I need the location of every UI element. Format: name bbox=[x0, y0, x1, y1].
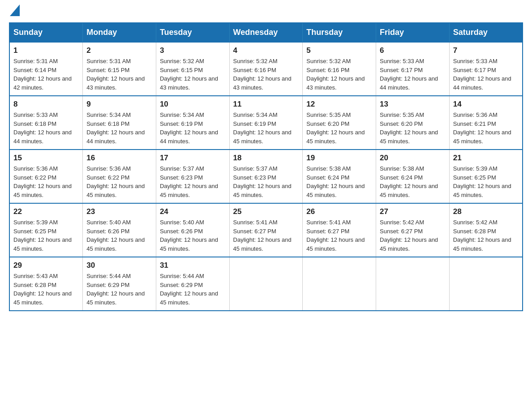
calendar-day-cell: 11 Sunrise: 5:34 AM Sunset: 6:19 PM Dayl… bbox=[229, 96, 303, 150]
day-number: 28 bbox=[453, 207, 519, 216]
day-number: 3 bbox=[160, 46, 226, 55]
calendar-week-row: 1 Sunrise: 5:31 AM Sunset: 6:14 PM Dayli… bbox=[9, 42, 523, 96]
day-info: Sunrise: 5:44 AM Sunset: 6:29 PM Dayligh… bbox=[160, 272, 226, 307]
calendar-day-cell bbox=[303, 257, 376, 311]
day-info: Sunrise: 5:39 AM Sunset: 6:25 PM Dayligh… bbox=[13, 218, 79, 253]
calendar-day-cell: 17 Sunrise: 5:37 AM Sunset: 6:23 PM Dayl… bbox=[156, 150, 229, 203]
day-number: 2 bbox=[86, 46, 152, 55]
day-info: Sunrise: 5:34 AM Sunset: 6:19 PM Dayligh… bbox=[160, 111, 226, 146]
day-info: Sunrise: 5:32 AM Sunset: 6:15 PM Dayligh… bbox=[160, 57, 226, 92]
calendar-day-cell: 7 Sunrise: 5:33 AM Sunset: 6:17 PM Dayli… bbox=[449, 42, 523, 96]
calendar-day-cell: 20 Sunrise: 5:38 AM Sunset: 6:24 PM Dayl… bbox=[376, 150, 450, 203]
day-number: 1 bbox=[13, 46, 79, 55]
calendar-day-cell: 5 Sunrise: 5:32 AM Sunset: 6:16 PM Dayli… bbox=[303, 42, 376, 96]
calendar-day-cell: 26 Sunrise: 5:41 AM Sunset: 6:27 PM Dayl… bbox=[303, 203, 376, 257]
calendar-day-cell: 4 Sunrise: 5:32 AM Sunset: 6:16 PM Dayli… bbox=[229, 42, 303, 96]
day-number: 17 bbox=[160, 154, 226, 163]
day-info: Sunrise: 5:33 AM Sunset: 6:17 PM Dayligh… bbox=[453, 57, 519, 92]
calendar-day-cell: 3 Sunrise: 5:32 AM Sunset: 6:15 PM Dayli… bbox=[156, 42, 229, 96]
calendar-day-cell: 24 Sunrise: 5:40 AM Sunset: 6:26 PM Dayl… bbox=[156, 203, 229, 257]
calendar-header-tuesday: Tuesday bbox=[156, 23, 229, 42]
calendar-day-cell: 15 Sunrise: 5:36 AM Sunset: 6:22 PM Dayl… bbox=[9, 150, 83, 203]
day-info: Sunrise: 5:32 AM Sunset: 6:16 PM Dayligh… bbox=[233, 57, 299, 92]
day-number: 27 bbox=[380, 207, 446, 216]
calendar-day-cell: 2 Sunrise: 5:31 AM Sunset: 6:15 PM Dayli… bbox=[83, 42, 156, 96]
calendar-header-wednesday: Wednesday bbox=[229, 23, 303, 42]
day-info: Sunrise: 5:43 AM Sunset: 6:28 PM Dayligh… bbox=[13, 272, 79, 307]
logo-triangle-icon bbox=[10, 4, 20, 16]
day-info: Sunrise: 5:36 AM Sunset: 6:22 PM Dayligh… bbox=[13, 164, 79, 199]
day-info: Sunrise: 5:44 AM Sunset: 6:29 PM Dayligh… bbox=[86, 272, 152, 307]
day-info: Sunrise: 5:40 AM Sunset: 6:26 PM Dayligh… bbox=[160, 218, 226, 253]
day-info: Sunrise: 5:34 AM Sunset: 6:18 PM Dayligh… bbox=[86, 111, 152, 146]
day-info: Sunrise: 5:36 AM Sunset: 6:22 PM Dayligh… bbox=[86, 164, 152, 199]
svg-marker-0 bbox=[10, 4, 20, 16]
calendar-day-cell: 30 Sunrise: 5:44 AM Sunset: 6:29 PM Dayl… bbox=[83, 257, 156, 311]
day-number: 24 bbox=[160, 207, 226, 216]
calendar-day-cell: 13 Sunrise: 5:35 AM Sunset: 6:20 PM Dayl… bbox=[376, 96, 450, 150]
day-number: 25 bbox=[233, 207, 299, 216]
calendar-week-row: 29 Sunrise: 5:43 AM Sunset: 6:28 PM Dayl… bbox=[9, 257, 523, 311]
day-info: Sunrise: 5:42 AM Sunset: 6:27 PM Dayligh… bbox=[380, 218, 446, 253]
day-info: Sunrise: 5:35 AM Sunset: 6:20 PM Dayligh… bbox=[306, 111, 372, 146]
calendar-day-cell: 27 Sunrise: 5:42 AM Sunset: 6:27 PM Dayl… bbox=[376, 203, 450, 257]
calendar-day-cell: 14 Sunrise: 5:36 AM Sunset: 6:21 PM Dayl… bbox=[449, 96, 523, 150]
day-number: 22 bbox=[13, 207, 79, 216]
calendar-day-cell: 6 Sunrise: 5:33 AM Sunset: 6:17 PM Dayli… bbox=[376, 42, 450, 96]
calendar-day-cell bbox=[376, 257, 450, 311]
day-number: 5 bbox=[306, 46, 372, 55]
calendar-week-row: 15 Sunrise: 5:36 AM Sunset: 6:22 PM Dayl… bbox=[9, 150, 523, 203]
calendar-day-cell: 22 Sunrise: 5:39 AM Sunset: 6:25 PM Dayl… bbox=[9, 203, 83, 257]
calendar-day-cell bbox=[229, 257, 303, 311]
calendar-day-cell: 23 Sunrise: 5:40 AM Sunset: 6:26 PM Dayl… bbox=[83, 203, 156, 257]
day-number: 8 bbox=[13, 100, 79, 109]
day-number: 13 bbox=[380, 100, 446, 109]
day-number: 6 bbox=[380, 46, 446, 55]
calendar-day-cell: 10 Sunrise: 5:34 AM Sunset: 6:19 PM Dayl… bbox=[156, 96, 229, 150]
day-info: Sunrise: 5:39 AM Sunset: 6:25 PM Dayligh… bbox=[453, 164, 519, 199]
day-number: 10 bbox=[160, 100, 226, 109]
day-number: 19 bbox=[306, 154, 372, 163]
day-info: Sunrise: 5:40 AM Sunset: 6:26 PM Dayligh… bbox=[86, 218, 152, 253]
calendar-day-cell: 28 Sunrise: 5:42 AM Sunset: 6:28 PM Dayl… bbox=[449, 203, 523, 257]
day-number: 29 bbox=[13, 261, 79, 270]
calendar-day-cell: 1 Sunrise: 5:31 AM Sunset: 6:14 PM Dayli… bbox=[9, 42, 83, 96]
calendar-header-friday: Friday bbox=[376, 23, 450, 42]
day-info: Sunrise: 5:33 AM Sunset: 6:18 PM Dayligh… bbox=[13, 111, 79, 146]
day-info: Sunrise: 5:34 AM Sunset: 6:19 PM Dayligh… bbox=[233, 111, 299, 146]
day-info: Sunrise: 5:37 AM Sunset: 6:23 PM Dayligh… bbox=[160, 164, 226, 199]
day-info: Sunrise: 5:38 AM Sunset: 6:24 PM Dayligh… bbox=[306, 164, 372, 199]
day-number: 31 bbox=[160, 261, 226, 270]
day-info: Sunrise: 5:42 AM Sunset: 6:28 PM Dayligh… bbox=[453, 218, 519, 253]
day-number: 14 bbox=[453, 100, 519, 109]
day-info: Sunrise: 5:41 AM Sunset: 6:27 PM Dayligh… bbox=[233, 218, 299, 253]
calendar-header-monday: Monday bbox=[83, 23, 156, 42]
day-number: 16 bbox=[86, 154, 152, 163]
page-header bbox=[9, 9, 523, 13]
calendar-header-sunday: Sunday bbox=[9, 23, 83, 42]
day-number: 26 bbox=[306, 207, 372, 216]
day-number: 21 bbox=[453, 154, 519, 163]
calendar-day-cell: 8 Sunrise: 5:33 AM Sunset: 6:18 PM Dayli… bbox=[9, 96, 83, 150]
calendar-week-row: 8 Sunrise: 5:33 AM Sunset: 6:18 PM Dayli… bbox=[9, 96, 523, 150]
calendar-header-saturday: Saturday bbox=[449, 23, 523, 42]
day-number: 18 bbox=[233, 154, 299, 163]
day-number: 11 bbox=[233, 100, 299, 109]
day-number: 7 bbox=[453, 46, 519, 55]
calendar-week-row: 22 Sunrise: 5:39 AM Sunset: 6:25 PM Dayl… bbox=[9, 203, 523, 257]
day-number: 15 bbox=[13, 154, 79, 163]
calendar-day-cell: 19 Sunrise: 5:38 AM Sunset: 6:24 PM Dayl… bbox=[303, 150, 376, 203]
day-info: Sunrise: 5:31 AM Sunset: 6:14 PM Dayligh… bbox=[13, 57, 79, 92]
day-number: 12 bbox=[306, 100, 372, 109]
calendar-day-cell: 29 Sunrise: 5:43 AM Sunset: 6:28 PM Dayl… bbox=[9, 257, 83, 311]
calendar-day-cell: 31 Sunrise: 5:44 AM Sunset: 6:29 PM Dayl… bbox=[156, 257, 229, 311]
calendar-day-cell: 9 Sunrise: 5:34 AM Sunset: 6:18 PM Dayli… bbox=[83, 96, 156, 150]
day-info: Sunrise: 5:37 AM Sunset: 6:23 PM Dayligh… bbox=[233, 164, 299, 199]
day-info: Sunrise: 5:35 AM Sunset: 6:20 PM Dayligh… bbox=[380, 111, 446, 146]
day-number: 20 bbox=[380, 154, 446, 163]
day-number: 30 bbox=[86, 261, 152, 270]
day-info: Sunrise: 5:33 AM Sunset: 6:17 PM Dayligh… bbox=[380, 57, 446, 92]
calendar-header-thursday: Thursday bbox=[303, 23, 376, 42]
day-info: Sunrise: 5:41 AM Sunset: 6:27 PM Dayligh… bbox=[306, 218, 372, 253]
day-number: 9 bbox=[86, 100, 152, 109]
